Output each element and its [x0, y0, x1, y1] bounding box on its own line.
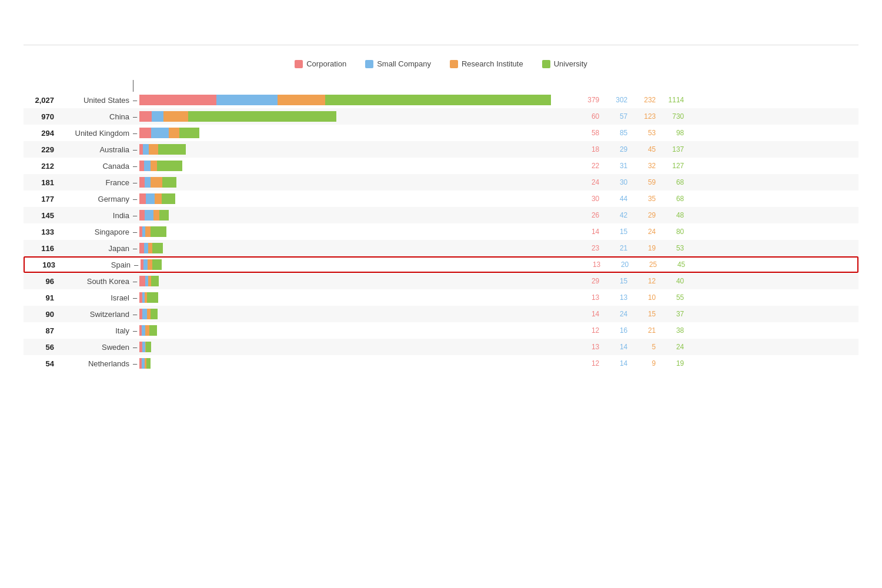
bar-segment-uni — [162, 193, 175, 204]
val-uni: 53 — [663, 244, 684, 252]
bar-segment-uni — [158, 144, 186, 155]
table-row: 212Canada–223132127 — [24, 158, 858, 174]
row-country-label: Spain — [60, 260, 131, 269]
bar-segment-corp — [139, 243, 144, 253]
row-total: 133 — [24, 228, 54, 236]
bar-segment-small — [145, 210, 153, 220]
values-area: 182945137 — [578, 145, 684, 153]
bar-segment-uni — [152, 243, 163, 253]
bar-container — [139, 358, 569, 369]
legend-label-res: Research Institute — [462, 59, 523, 68]
bar-container — [139, 276, 569, 286]
values-area: 1314524 — [578, 343, 684, 351]
table-row: 970China–6057123730 — [24, 108, 858, 125]
bar-segment-uni — [179, 128, 199, 138]
bar-segment-res — [149, 144, 158, 155]
row-country-label: France — [59, 178, 129, 187]
val-small: 14 — [606, 359, 627, 368]
values-area: 26422948 — [578, 211, 684, 219]
row-dash: – — [133, 211, 137, 220]
row-dash: – — [134, 260, 138, 269]
row-total: 56 — [24, 343, 54, 352]
chart-area: 2,027United States–3793022321114970China… — [24, 92, 858, 372]
row-dash: – — [133, 228, 137, 236]
bar-container — [139, 177, 569, 188]
row-dash: – — [133, 244, 137, 253]
bar-container — [139, 161, 569, 171]
values-area: 13202545 — [579, 260, 685, 269]
val-corp: 26 — [578, 211, 599, 219]
legend-label-uni: University — [554, 59, 587, 68]
bar-segment-small — [145, 177, 151, 188]
table-row: 91Israel–13131055 — [24, 289, 858, 306]
legend-swatch-corp — [295, 60, 303, 68]
val-corp: 29 — [578, 277, 599, 285]
bar-segment-res — [145, 325, 149, 336]
bar-container — [139, 111, 569, 122]
legend-label-corp: Corporation — [306, 59, 346, 68]
bar-segment-uni — [188, 111, 336, 122]
val-res: 123 — [634, 112, 656, 121]
values-area: 12162138 — [578, 326, 684, 335]
bar-segment-res — [155, 193, 162, 204]
bar-segment-uni — [146, 358, 151, 369]
row-country-label: United States — [59, 96, 129, 105]
row-country-label: Netherlands — [59, 359, 129, 368]
values-area: 3793022321114 — [578, 96, 684, 104]
legend-swatch-small — [365, 60, 373, 68]
row-total: 212 — [24, 162, 54, 171]
val-small: 20 — [607, 260, 629, 269]
bar-segment-small — [216, 95, 278, 105]
row-country-label: South Korea — [59, 277, 129, 286]
val-corp: 12 — [578, 326, 599, 335]
bar-segment-res — [151, 161, 157, 171]
row-country-label: Japan — [59, 244, 129, 253]
bar-container — [139, 144, 569, 155]
val-res: 15 — [634, 310, 656, 318]
bar-segment-uni — [325, 95, 552, 105]
val-small: 16 — [606, 326, 627, 335]
val-corp: 14 — [578, 310, 599, 318]
legend-item-uni: University — [542, 59, 587, 68]
val-uni: 38 — [663, 326, 684, 335]
bar-segment-corp — [139, 161, 144, 171]
row-country-label: India — [59, 211, 129, 220]
val-small: 15 — [606, 277, 627, 285]
values-area: 23211953 — [578, 244, 684, 252]
val-small: 15 — [606, 228, 627, 236]
val-res: 24 — [634, 228, 656, 236]
legend-label-small: Small Company — [377, 59, 431, 68]
val-uni: 45 — [664, 260, 685, 269]
val-res: 45 — [634, 145, 656, 153]
bar-segment-small — [142, 309, 147, 319]
val-small: 14 — [606, 343, 627, 351]
val-uni: 1114 — [663, 96, 684, 104]
bar-segment-res — [163, 111, 188, 122]
row-dash: – — [133, 359, 137, 368]
val-uni: 55 — [663, 293, 684, 302]
values-area: 58855398 — [578, 129, 684, 137]
bar-container — [139, 325, 569, 336]
val-corp: 379 — [578, 96, 599, 104]
bar-segment-res — [153, 210, 159, 220]
values-area: 13131055 — [578, 293, 684, 302]
row-country-label: Italy — [59, 326, 129, 335]
values-area: 24305968 — [578, 178, 684, 186]
row-country-label: Germany — [59, 195, 129, 203]
row-total: 2,027 — [24, 96, 54, 105]
bar-container — [139, 128, 569, 138]
bar-segment-small — [144, 161, 151, 171]
row-country-label: Israel — [59, 293, 129, 302]
values-area: 29151240 — [578, 277, 684, 285]
bar-segment-small — [143, 259, 148, 270]
legend: CorporationSmall CompanyResearch Institu… — [24, 59, 858, 68]
bar-container — [139, 342, 569, 352]
bar-segment-small — [143, 144, 149, 155]
row-country-label: United Kingdom — [59, 129, 129, 138]
table-row: 229Australia–182945137 — [24, 141, 858, 158]
val-corp: 58 — [578, 129, 599, 137]
table-row: 90Switzerland–14241537 — [24, 306, 858, 322]
table-row: 145India–26422948 — [24, 207, 858, 223]
val-uni: 24 — [663, 343, 684, 351]
bar-segment-uni — [151, 309, 158, 319]
